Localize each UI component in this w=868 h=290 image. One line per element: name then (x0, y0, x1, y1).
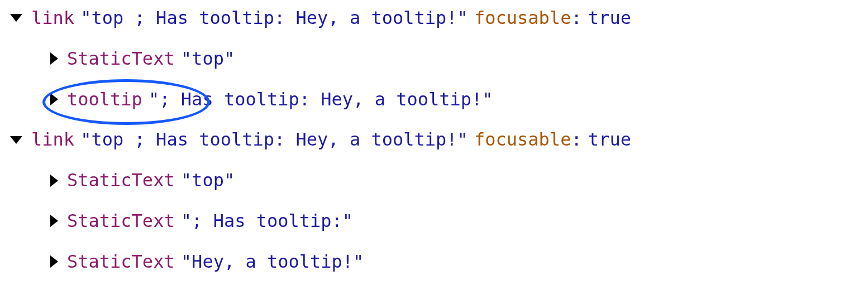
tree-row-static-text-3[interactable]: StaticText "; Has tooltip:" (10, 209, 862, 234)
property-name: focusable (474, 6, 571, 31)
accessible-name: "top" (181, 46, 235, 71)
disclosure-triangle-open-icon[interactable] (10, 136, 22, 144)
accessibility-tree: link "top ; Has tooltip: Hey, a tooltip!… (0, 0, 868, 280)
role-label: StaticText (67, 249, 175, 274)
property-colon: : (571, 6, 581, 31)
role-label: StaticText (67, 168, 175, 193)
property-value: true (588, 6, 631, 31)
accessible-name: "top ; Has tooltip: Hey, a tooltip!" (80, 6, 468, 31)
accessible-name: "; Has tooltip: Hey, a tooltip!" (149, 87, 493, 112)
role-label: StaticText (67, 46, 175, 71)
tree-row-link-2[interactable]: link "top ; Has tooltip: Hey, a tooltip!… (10, 127, 862, 152)
tree-row-link-1[interactable]: link "top ; Has tooltip: Hey, a tooltip!… (10, 6, 862, 31)
role-label: tooltip (67, 87, 142, 112)
accessible-name: "top ; Has tooltip: Hey, a tooltip!" (80, 127, 468, 152)
disclosure-triangle-closed-icon[interactable] (50, 215, 58, 227)
property-value: true (588, 127, 631, 152)
disclosure-triangle-closed-icon[interactable] (50, 93, 58, 105)
role-label: link (31, 127, 74, 152)
role-label: link (31, 6, 74, 31)
tree-row-static-text-4[interactable]: StaticText "Hey, a tooltip!" (10, 249, 862, 274)
role-label: StaticText (67, 209, 175, 234)
disclosure-triangle-closed-icon[interactable] (50, 255, 58, 268)
accessible-name: "top" (181, 168, 235, 193)
property-colon: : (571, 127, 581, 152)
tree-row-static-text-1[interactable]: StaticText "top" (10, 46, 862, 71)
tree-row-static-text-2[interactable]: StaticText "top" (10, 168, 862, 193)
disclosure-triangle-open-icon[interactable] (10, 14, 22, 22)
accessible-name: "; Has tooltip:" (181, 209, 353, 234)
accessible-name: "Hey, a tooltip!" (181, 249, 364, 274)
tree-row-tooltip[interactable]: tooltip "; Has tooltip: Hey, a tooltip!" (10, 87, 862, 112)
disclosure-triangle-closed-icon[interactable] (50, 52, 58, 65)
property-name: focusable (474, 127, 571, 152)
disclosure-triangle-closed-icon[interactable] (50, 175, 58, 187)
